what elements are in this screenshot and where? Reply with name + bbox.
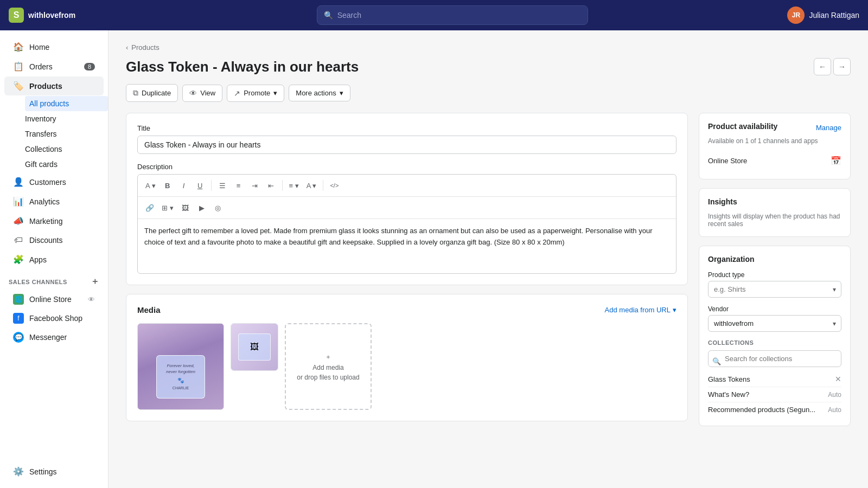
drop-files-label: or drop files to upload — [292, 374, 363, 381]
editor-toolbar-row1: A ▾ B I U ☰ ≡ ⇥ ⇤ ≡ ▾ A ▾ </> — [138, 175, 676, 197]
manage-link[interactable]: Manage — [816, 124, 841, 132]
description-content[interactable]: The perfect gift to remember a loved pet… — [138, 219, 676, 273]
online-store-settings-icon[interactable]: 👁 — [88, 296, 95, 304]
product-type-input[interactable] — [708, 281, 841, 298]
video-btn[interactable]: ▶ — [194, 200, 209, 215]
sidebar-item-customers[interactable]: 👤 Customers — [4, 172, 104, 191]
collection-tag-whats-new: What's New? Auto — [708, 387, 841, 402]
product-image-1: Forever loved, never forgotten 🐾 CHARLIE — [156, 355, 205, 399]
collections-label: COLLECTIONS — [708, 339, 841, 346]
code-btn[interactable]: </> — [327, 178, 342, 193]
sidebar-item-settings[interactable]: ⚙️ Settings — [4, 462, 104, 481]
collections-search-wrapper: 🔍 — [708, 350, 841, 371]
title-description-card: Title Description A ▾ B I U ☰ ≡ ⇥ ⇤ — [126, 113, 688, 285]
search-icon: 🔍 — [324, 11, 333, 20]
collection-name-1: What's New? — [708, 390, 749, 399]
product-sidebar: Product availability Manage Available on… — [699, 113, 851, 435]
availability-title: Product availability — [708, 122, 777, 131]
duplicate-button[interactable]: ⧉ Duplicate — [126, 84, 178, 102]
collection-remove-0[interactable]: ✕ — [835, 375, 841, 383]
table-btn[interactable]: ⊞ ▾ — [158, 200, 177, 215]
breadcrumb-parent[interactable]: Products — [131, 43, 159, 52]
editor-toolbar-row2: 🔗 ⊞ ▾ 🖼 ▶ ◎ — [138, 197, 676, 219]
online-store-row: Online Store 📅 — [708, 151, 841, 170]
font-btn[interactable]: A ▾ — [142, 178, 159, 193]
content-area: Title Description A ▾ B I U ☰ ≡ ⇥ ⇤ — [126, 113, 851, 435]
online-store-icon: 🌐 — [13, 294, 24, 305]
sidebar-item-online-store[interactable]: 🌐 Online Store 👁 — [4, 290, 104, 309]
link-btn[interactable]: 🔗 — [142, 200, 157, 215]
media-thumb-1[interactable]: Forever loved, never forgotten 🐾 CHARLIE — [137, 323, 224, 410]
italic-btn[interactable]: I — [176, 178, 192, 193]
more-actions-button[interactable]: More actions ▾ — [289, 85, 350, 101]
sep3 — [323, 180, 323, 191]
image-btn[interactable]: 🖼 — [178, 200, 193, 215]
next-product-button[interactable]: → — [833, 58, 851, 75]
sidebar-item-messenger[interactable]: 💬 Messenger — [4, 328, 104, 346]
add-media-chevron: ▾ — [673, 306, 676, 314]
orders-icon: 📋 — [13, 61, 24, 72]
underline-btn[interactable]: U — [193, 178, 208, 193]
indent-btn[interactable]: ⇥ — [247, 178, 263, 193]
page-navigation: ← → — [814, 58, 851, 75]
more-actions-chevron: ▾ — [340, 89, 343, 97]
emoji-btn[interactable]: ◎ — [210, 200, 226, 215]
product-toolbar: ⧉ Duplicate 👁 View ↗ Promote ▾ More acti… — [126, 84, 851, 102]
sidebar-item-apps[interactable]: 🧩 Apps — [4, 250, 104, 269]
sidebar-item-orders[interactable]: 📋 Orders 8 — [4, 57, 104, 76]
product-image-2: 🖼 — [231, 324, 278, 370]
sidebar-item-collections[interactable]: Collections — [25, 142, 108, 157]
sidebar-label-customers: Customers — [29, 178, 66, 187]
vendor-select[interactable]: withlovefrom — [708, 315, 841, 332]
sidebar-item-marketing[interactable]: 📣 Marketing — [4, 211, 104, 230]
view-button[interactable]: 👁 View — [182, 85, 222, 102]
sidebar-item-inventory[interactable]: Inventory — [25, 111, 108, 126]
text-color-btn[interactable]: A ▾ — [303, 178, 320, 193]
availability-header: Product availability Manage — [708, 122, 841, 133]
search-bar[interactable]: 🔍 Search — [317, 5, 588, 25]
products-icon: 🏷️ — [13, 81, 24, 91]
promote-button[interactable]: ↗ Promote ▾ — [227, 85, 284, 102]
add-media-url-button[interactable]: Add media from URL ▾ — [605, 306, 676, 314]
brand-name: withlovefrom — [28, 11, 75, 20]
media-thumb-2[interactable]: 🖼 — [231, 323, 278, 371]
sidebar-item-all-products[interactable]: All products — [25, 96, 108, 111]
sidebar-item-gift-cards[interactable]: Gift cards — [25, 157, 108, 172]
outdent-btn[interactable]: ⇤ — [264, 178, 279, 193]
sidebar-item-products[interactable]: 🏷️ Products — [4, 76, 104, 95]
sidebar-item-analytics[interactable]: 📊 Analytics — [4, 192, 104, 211]
sidebar-item-discounts[interactable]: 🏷 Discounts — [4, 231, 104, 249]
sidebar-item-facebook-shop[interactable]: f Facebook Shop — [4, 309, 104, 328]
products-submenu: All products Inventory Transfers Collect… — [0, 96, 108, 172]
sidebar-label-products: Products — [29, 82, 62, 91]
promote-icon: ↗ — [234, 89, 240, 98]
vendor-field: Vendor withlovefrom — [708, 305, 841, 332]
bold-btn[interactable]: B — [160, 178, 175, 193]
media-grid: Forever loved, never forgotten 🐾 CHARLIE — [137, 323, 676, 410]
online-store-label: Online Store — [708, 157, 747, 165]
add-media-button[interactable]: ＋ Add media or drop files to upload — [285, 323, 372, 410]
title-input[interactable] — [137, 136, 676, 154]
title-label: Title — [137, 124, 676, 132]
user-menu[interactable]: JR Julian Rattigan — [787, 7, 859, 24]
discounts-icon: 🏷 — [13, 235, 24, 245]
sidebar-label-orders: Orders — [29, 62, 53, 71]
list-ordered-btn[interactable]: ≡ — [231, 178, 246, 193]
align-btn[interactable]: ≡ ▾ — [286, 178, 302, 193]
analytics-icon: 📊 — [13, 196, 24, 207]
add-channel-icon[interactable]: ＋ — [91, 276, 100, 287]
brand-logo[interactable]: S withlovefrom — [9, 8, 117, 23]
messenger-icon: 💬 — [13, 332, 24, 343]
sidebar-item-home[interactable]: 🏠 Home — [4, 37, 104, 56]
sidebar-item-transfers[interactable]: Transfers — [25, 126, 108, 142]
sep2 — [282, 180, 283, 191]
sales-channels-section: SALES CHANNELS ＋ — [0, 269, 108, 290]
list-unordered-btn[interactable]: ☰ — [215, 178, 230, 193]
collections-search-input[interactable] — [708, 350, 841, 367]
product-type-wrapper — [708, 281, 841, 298]
insights-text: Insights will display when the product h… — [708, 213, 841, 228]
calendar-icon[interactable]: 📅 — [831, 156, 841, 166]
settings-icon: ⚙️ — [13, 466, 24, 477]
promote-chevron: ▾ — [273, 89, 277, 97]
prev-product-button[interactable]: ← — [814, 58, 831, 75]
